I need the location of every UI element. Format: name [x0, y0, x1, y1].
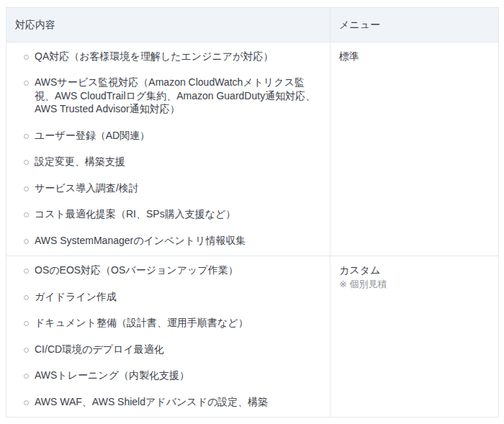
list-item-text: OSのEOS対応（OSバージョンアップ作業） — [35, 264, 238, 276]
list-item: AWS SystemManagerのインベントリ情報収集 — [15, 234, 321, 248]
list-item: QA対応（お客様環境を理解したエンジニアが対応） — [15, 50, 321, 63]
circle-bullet-icon — [24, 295, 29, 300]
circle-bullet-icon — [24, 348, 29, 353]
list-item-text: AWSサービス監視対応（Amazon CloudWatchメトリクス監視、AWS… — [35, 76, 315, 114]
circle-bullet-icon — [24, 160, 29, 165]
list-item: AWS WAF、AWS Shieldアドバンスドの設定、構築 — [15, 395, 321, 409]
circle-bullet-icon — [24, 374, 29, 379]
list-item-text: 設定変更、構築支援 — [35, 155, 125, 167]
circle-bullet-icon — [24, 239, 29, 244]
content-cell-custom: OSのEOS対応（OSバージョンアップ作業） ガイドライン作成 ドキュメント整備… — [6, 256, 330, 418]
menu-cell-standard: 標準 — [330, 42, 499, 256]
list-item-text: AWSトレーニング（内製化支援） — [35, 369, 189, 381]
menu-value: カスタム — [339, 263, 490, 277]
custom-item-list: OSのEOS対応（OSバージョンアップ作業） ガイドライン作成 ドキュメント整備… — [15, 263, 321, 408]
menu-value: 標準 — [339, 50, 490, 63]
list-item-text: ユーザー登録（AD関連） — [35, 130, 150, 141]
list-item: OSのEOS対応（OSバージョンアップ作業） — [15, 263, 321, 277]
list-item-text: コスト最適化提案（RI、SPs購入支援など） — [35, 208, 235, 220]
circle-bullet-icon — [24, 134, 29, 139]
standard-item-list: QA対応（お客様環境を理解したエンジニアが対応） AWSサービス監視対応（Ama… — [15, 50, 321, 248]
list-item: 設定変更、構築支援 — [15, 155, 321, 168]
circle-bullet-icon — [24, 55, 29, 60]
header-row: 対応内容 メニュー — [6, 8, 499, 42]
list-item-text: AWS SystemManagerのインベントリ情報収集 — [35, 235, 246, 246]
list-item: AWSトレーニング（内製化支援） — [15, 369, 321, 382]
header-menu-column: メニュー — [330, 8, 499, 42]
circle-bullet-icon — [24, 321, 29, 326]
list-item-text: ドキュメント整備（設計書、運用手順書など） — [35, 317, 248, 328]
menu-cell-custom: カスタム ※ 個別見積 — [330, 256, 499, 418]
circle-bullet-icon — [24, 400, 29, 405]
page: 対応内容 メニュー QA対応（お客様環境を理解したエンジニアが対応） AWSサー… — [0, 0, 504, 424]
table-row-custom: OSのEOS対応（OSバージョンアップ作業） ガイドライン作成 ドキュメント整備… — [6, 256, 499, 418]
service-menu-table: 対応内容 メニュー QA対応（お客様環境を理解したエンジニアが対応） AWSサー… — [6, 7, 499, 418]
list-item: CI/CD環境のデプロイ最適化 — [15, 343, 321, 356]
circle-bullet-icon — [24, 81, 29, 86]
list-item-text: QA対応（お客様環境を理解したエンジニアが対応） — [35, 50, 274, 62]
list-item-text: サービス導入調査/検討 — [35, 182, 139, 194]
list-item-text: AWS WAF、AWS Shieldアドバンスドの設定、構築 — [35, 396, 268, 407]
list-item: ドキュメント整備（設計書、運用手順書など） — [15, 316, 321, 330]
list-item: サービス導入調査/検討 — [15, 181, 321, 195]
list-item: コスト最適化提案（RI、SPs購入支援など） — [15, 207, 321, 221]
table-row-standard: QA対応（お客様環境を理解したエンジニアが対応） AWSサービス監視対応（Ama… — [6, 42, 499, 256]
circle-bullet-icon — [24, 212, 29, 217]
content-cell-standard: QA対応（お客様環境を理解したエンジニアが対応） AWSサービス監視対応（Ama… — [6, 42, 330, 256]
circle-bullet-icon — [24, 269, 29, 274]
list-item: ガイドライン作成 — [15, 290, 321, 304]
menu-note: ※ 個別見積 — [339, 278, 490, 291]
circle-bullet-icon — [24, 186, 29, 191]
list-item: AWSサービス監視対応（Amazon CloudWatchメトリクス監視、AWS… — [15, 76, 321, 116]
list-item-text: ガイドライン作成 — [35, 291, 117, 302]
list-item: ユーザー登録（AD関連） — [15, 129, 321, 143]
header-content-column: 対応内容 — [6, 8, 330, 42]
list-item-text: CI/CD環境のデプロイ最適化 — [35, 343, 164, 355]
